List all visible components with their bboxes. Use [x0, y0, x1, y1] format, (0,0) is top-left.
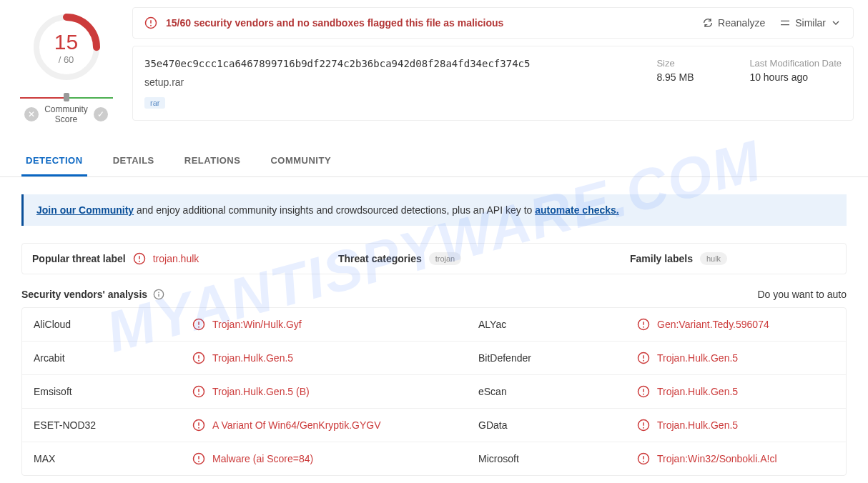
svg-point-13 [198, 327, 199, 328]
vendors-right-text: Do you want to auto [757, 289, 847, 300]
community-slider[interactable] [20, 94, 113, 101]
vendor-name: AliCloud [34, 319, 184, 330]
alert-icon [637, 352, 650, 364]
date-label: Last Modification Date [749, 58, 842, 69]
alert-icon [637, 385, 650, 398]
file-panel: 35e470ec9ccc1ca6467899716b9df2274c2b36bc… [132, 46, 854, 121]
alert-text: 15/60 security vendors and no sandboxes … [166, 17, 503, 29]
banner-text: and enjoy additional community insights … [134, 204, 535, 216]
similar-icon [779, 17, 791, 29]
vote-positive-icon[interactable]: ✓ [94, 107, 108, 121]
family-label-pill[interactable]: hulk [700, 252, 727, 265]
vendor-name: Emsisoft [34, 386, 184, 397]
family-labels-title: Family labels [630, 253, 693, 264]
svg-point-28 [643, 394, 644, 395]
reanalyze-button[interactable]: Reanalyze [702, 17, 765, 29]
tab-relations[interactable]: RELATIONS [180, 146, 245, 176]
svg-point-25 [198, 394, 199, 395]
alert-icon [144, 16, 157, 29]
vote-negative-icon[interactable]: ✕ [24, 107, 39, 121]
community-score-label: CommunityScore [44, 104, 88, 125]
size-label: Size [656, 58, 721, 69]
vendor-name: BitDefender [478, 352, 628, 364]
tabs: DETECTION DETAILS RELATIONS COMMUNITY [0, 146, 868, 177]
automate-checks-link[interactable]: automate checks. [535, 204, 619, 216]
alert-icon [192, 452, 205, 465]
vendor-row: ESET-NOD32A Variant Of Win64/GenKryptik.… [22, 409, 846, 442]
vendor-name: eScan [478, 386, 628, 397]
vendor-row: AliCloudTrojan:Win/Hulk.GyfALYacGen:Vari… [22, 308, 846, 342]
vendor-name: Arcabit [34, 352, 184, 364]
file-hash: 35e470ec9ccc1ca6467899716b9df2274c2b36bc… [144, 58, 656, 69]
detection-name: Trojan.Hulk.Gen.5 [657, 386, 738, 397]
alert-icon [192, 318, 205, 331]
svg-point-7 [139, 261, 140, 262]
file-name: setup.rar [144, 76, 656, 88]
threat-category-pill[interactable]: trojan [429, 252, 462, 265]
date-value: 10 hours ago [749, 71, 842, 83]
detection-name: Trojan.Hulk.Gen.5 [657, 419, 738, 431]
alert-icon [192, 352, 205, 364]
detection-name: Trojan.Hulk.Gen.5 [657, 352, 738, 364]
svg-point-37 [198, 461, 199, 462]
alert-icon [192, 385, 205, 398]
vendors-section-title: Security vendors' analysis [21, 289, 147, 300]
svg-point-4 [150, 25, 152, 26]
svg-point-34 [643, 427, 644, 429]
detection-gauge: 15 / 60 [32, 13, 101, 81]
vendors-table: AliCloudTrojan:Win/Hulk.GyfALYacGen:Vari… [21, 307, 847, 476]
detection-name: Trojan.Hulk.Gen.5 [212, 352, 293, 364]
vendor-name: Microsoft [478, 453, 628, 464]
vendor-row: EmsisoftTrojan.Hulk.Gen.5 (B)eScanTrojan… [22, 375, 846, 409]
reanalyze-label: Reanalyze [718, 17, 765, 29]
detection-name: A Variant Of Win64/GenKryptik.GYGV [212, 419, 381, 431]
score-total: / 60 [59, 54, 74, 65]
alert-bar: 15/60 security vendors and no sandboxes … [132, 7, 854, 39]
alert-icon [637, 419, 650, 432]
alert-icon [637, 452, 650, 465]
reanalyze-icon [702, 17, 714, 29]
similar-label: Similar [795, 17, 826, 29]
similar-button[interactable]: Similar [779, 17, 842, 29]
file-tag[interactable]: rar [144, 97, 165, 109]
tab-detection[interactable]: DETECTION [21, 146, 87, 176]
detection-name: Gen:Variant.Tedy.596074 [657, 319, 769, 330]
svg-point-40 [643, 461, 644, 462]
chevron-down-icon [830, 17, 842, 29]
vendor-row: ArcabitTrojan.Hulk.Gen.5BitDefenderTroja… [22, 342, 846, 375]
info-icon[interactable] [153, 289, 164, 300]
community-banner: Join our Community and enjoy additional … [21, 194, 847, 226]
vendor-row: MAXMalware (ai Score=84)MicrosoftTrojan:… [22, 442, 846, 475]
popular-threat-title: Popular threat label [32, 253, 126, 264]
tab-community[interactable]: COMMUNITY [266, 146, 335, 176]
svg-point-31 [198, 427, 199, 429]
size-value: 8.95 MB [656, 71, 721, 83]
svg-point-9 [158, 292, 159, 293]
vendor-name: GData [478, 419, 628, 431]
alert-icon [192, 419, 205, 432]
alert-icon [133, 252, 146, 265]
detection-name: Malware (ai Score=84) [212, 453, 313, 464]
svg-point-22 [643, 360, 644, 362]
join-community-link[interactable]: Join our Community [36, 204, 134, 216]
tab-details[interactable]: DETAILS [109, 146, 159, 176]
score-detected: 15 [54, 30, 78, 54]
score-column: 15 / 60 ✕ CommunityScore ✓ [14, 7, 118, 125]
popular-threat-value[interactable]: trojan.hulk [153, 253, 199, 264]
vendor-name: ALYac [478, 319, 628, 330]
detection-name: Trojan.Hulk.Gen.5 (B) [212, 386, 310, 397]
alert-icon [637, 318, 650, 331]
vendor-name: MAX [34, 453, 184, 464]
svg-point-16 [643, 327, 644, 328]
threat-categories-title: Threat categories [338, 253, 422, 264]
svg-point-19 [198, 360, 199, 362]
vendor-name: ESET-NOD32 [34, 419, 184, 431]
detection-name: Trojan:Win32/Sonbokli.A!cl [657, 453, 777, 464]
detection-name: Trojan:Win/Hulk.Gyf [212, 319, 302, 330]
threat-labels-row: Popular threat label trojan.hulk Threat … [21, 243, 847, 274]
